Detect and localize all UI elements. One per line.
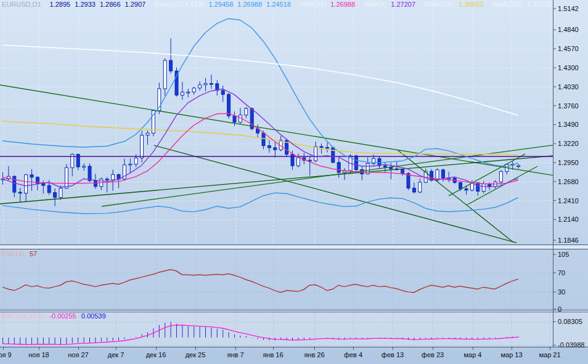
candle-bullish: [163, 60, 166, 89]
candle-bullish: [83, 166, 86, 168]
candle-bullish: [204, 83, 207, 84]
price-axis-label: 1.4570: [558, 45, 579, 52]
candle-bullish: [141, 135, 144, 158]
panel-divider[interactable]: [0, 245, 588, 249]
candle-bearish: [47, 185, 51, 193]
candle-bearish: [407, 174, 410, 188]
candle-bearish: [401, 169, 404, 173]
time-axis-label: ноя 18: [28, 351, 49, 358]
candle-bullish: [296, 158, 300, 166]
time-axis-label: фев 4: [344, 351, 362, 358]
candle-bearish: [459, 182, 462, 188]
candle-bearish: [88, 166, 91, 180]
rsi-axis-label: 105: [558, 251, 569, 258]
chart-canvas[interactable]: 1.51421.48401.45701.43001.40301.37601.34…: [0, 0, 588, 364]
candle-bearish: [105, 179, 108, 180]
candle-bullish: [482, 184, 485, 192]
candle-bearish: [94, 180, 97, 186]
rsi-axis-label: 0: [558, 305, 561, 313]
candle-bearish: [262, 133, 265, 146]
candle-bearish: [325, 147, 329, 148]
candle-bearish: [441, 170, 444, 178]
price-axis-label: 1.4300: [558, 64, 579, 71]
candle-bearish: [42, 184, 45, 185]
candle-bullish: [419, 182, 422, 192]
price-axis-label: 1.1846: [558, 237, 579, 244]
time-axis-label: дек 25: [186, 351, 206, 358]
candle-bearish: [210, 83, 213, 84]
candle-bearish: [54, 193, 57, 198]
price-axis-label: 1.5142: [558, 5, 579, 12]
candle-bearish: [383, 166, 386, 167]
time-axis-label: дек 16: [146, 351, 166, 358]
candle-bullish: [134, 158, 137, 164]
rsi-axis-label: 70: [558, 269, 565, 277]
candle-bullish: [499, 171, 502, 182]
price-axis-label: 1.3220: [558, 140, 579, 147]
time-axis-label: янв 26: [304, 351, 324, 358]
rsi-axis-label: 30: [558, 288, 565, 296]
candle-bullish: [25, 175, 28, 193]
candle-bearish: [221, 91, 224, 95]
candle-bearish: [337, 163, 340, 172]
time-axis-label: фев 13: [382, 351, 404, 358]
candle-bullish: [517, 166, 520, 167]
candle-bullish: [314, 147, 317, 161]
candle-bearish: [227, 94, 231, 116]
candle-bearish: [274, 148, 277, 150]
candle-bullish: [198, 85, 202, 88]
price-axis-label: 1.4840: [558, 26, 579, 33]
candle-bearish: [354, 156, 357, 169]
time-axis-label: ноя 27: [68, 351, 88, 358]
time-axis-label: ноя 9: [0, 351, 12, 358]
candle-bearish: [378, 158, 381, 166]
candle-bullish: [112, 174, 115, 179]
candle-bearish: [488, 184, 491, 187]
candle-bearish: [267, 146, 271, 148]
macd-panel-background: [0, 312, 588, 347]
candle-bearish: [476, 183, 480, 192]
price-axis-label: 1.4030: [558, 83, 579, 91]
candle-bearish: [412, 188, 415, 192]
price-axis-label: 1.3760: [558, 102, 579, 110]
time-axis-label: мар 13: [500, 351, 522, 358]
trading-chart-window: 1.51421.48401.45701.43001.40301.37601.34…: [0, 0, 588, 364]
candle-bearish: [233, 116, 236, 122]
time-axis-label: фев 23: [422, 351, 444, 358]
time-axis-label: янв 7: [227, 351, 243, 358]
time-axis-label: мар 21: [539, 351, 560, 358]
candle-bullish: [59, 188, 62, 198]
price-axis-label: 1.3490: [558, 121, 579, 128]
candle-bearish: [308, 160, 311, 161]
price-axis-label: 1.2680: [558, 178, 579, 185]
candle-bullish: [146, 133, 149, 135]
time-axis-label: дек 7: [108, 351, 125, 358]
candle-bullish: [129, 164, 132, 165]
candle-bearish: [320, 147, 323, 148]
candle-bullish: [187, 92, 190, 93]
price-axis-label: 1.2950: [558, 159, 579, 166]
price-axis-label: 1.2410: [558, 197, 579, 204]
candle-bullish: [181, 92, 184, 95]
candle-bearish: [465, 189, 468, 190]
candle-bullish: [245, 108, 248, 115]
candle-bullish: [65, 168, 68, 188]
candle-bearish: [169, 60, 173, 71]
time-axis-label: мар 4: [464, 351, 482, 358]
time-axis-label: янв 16: [263, 351, 283, 358]
macd-axis-label: 0.08305: [558, 318, 582, 325]
candle-bearish: [18, 192, 22, 193]
candle-bearish: [13, 176, 16, 192]
candle-bearish: [30, 175, 33, 177]
macd-axis-label: -0.03988: [558, 341, 584, 349]
candle-bullish: [192, 88, 195, 92]
price-axis-label: 1.2140: [558, 216, 579, 223]
